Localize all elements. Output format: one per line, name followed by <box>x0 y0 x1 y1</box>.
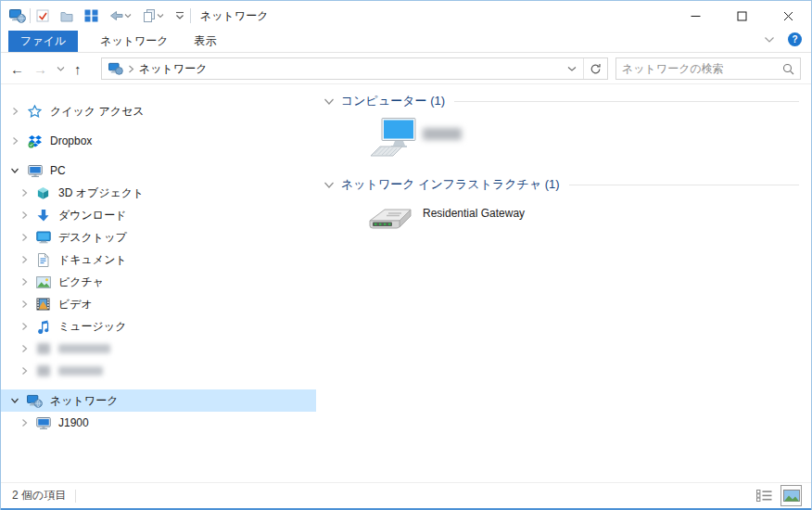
sidebar-item-label: PC <box>50 164 66 177</box>
network-item-computer[interactable] <box>370 118 574 162</box>
search-input[interactable] <box>616 62 776 75</box>
chevron-right-icon[interactable] <box>10 107 19 116</box>
chevron-right-icon[interactable] <box>19 277 29 287</box>
sidebar-item-redacted-drive-1[interactable] <box>1 338 316 360</box>
sidebar-item-label: ドキュメント <box>58 252 127 268</box>
sidebar-item-label: ミュージック <box>58 319 126 335</box>
sidebar-item-quick-access[interactable]: クイック アクセス <box>1 100 316 122</box>
maximize-button[interactable] <box>718 1 765 31</box>
network-item-residential-gateway[interactable]: Residential Gateway <box>364 203 605 242</box>
sidebar-item-label: Dropbox <box>50 134 92 147</box>
address-toolbar: ← → ↑ ネットワーク <box>1 53 811 84</box>
collapse-chevron-icon[interactable] <box>324 181 335 189</box>
help-icon[interactable]: ? <box>788 32 802 46</box>
sidebar-item-documents[interactable]: ドキュメント <box>1 249 316 271</box>
picture-icon <box>35 274 51 289</box>
toolbar-separator <box>190 8 191 23</box>
group-header-computers[interactable]: コンピューター (1) <box>324 92 799 110</box>
group-title: コンピューター (1) <box>341 93 445 109</box>
search-box <box>615 57 801 80</box>
tab-file[interactable]: ファイル <box>8 31 78 52</box>
chevron-right-icon[interactable] <box>19 188 29 198</box>
recent-locations-chevron-icon[interactable] <box>57 66 65 72</box>
chevron-right-icon[interactable] <box>19 322 29 331</box>
breadcrumb-segment[interactable]: ネットワーク <box>139 61 207 77</box>
sidebar-item-label: ネットワーク <box>50 393 118 409</box>
minimize-button[interactable] <box>672 1 718 31</box>
details-view-icon[interactable] <box>754 485 775 506</box>
sidebar-item-redacted-drive-2[interactable] <box>1 360 316 382</box>
close-button[interactable] <box>765 1 811 31</box>
caption-buttons <box>672 1 811 31</box>
customize-toolbar-chevron-icon[interactable] <box>173 9 186 22</box>
back-button[interactable]: ← <box>10 62 24 76</box>
explorer-window: ネットワーク ファイル ネットワーク 表示 ? ← → <box>0 0 812 510</box>
titlebar: ネットワーク <box>1 1 811 31</box>
sidebar-item-label: 3D オブジェクト <box>58 185 144 201</box>
address-dropdown-chevron-icon[interactable] <box>561 58 583 79</box>
status-separator <box>75 490 76 503</box>
collapse-chevron-icon[interactable] <box>324 97 335 106</box>
chevron-right-icon[interactable] <box>19 300 29 309</box>
chevron-right-icon[interactable] <box>19 210 29 220</box>
chevron-down-icon[interactable] <box>10 166 19 175</box>
quick-access-toolbar <box>34 7 186 24</box>
group-title: ネットワーク インフラストラクチャ (1) <box>341 176 560 193</box>
network-computer-icon <box>27 393 43 408</box>
properties-checkbox-icon[interactable] <box>34 7 51 24</box>
window-title: ネットワーク <box>200 8 268 24</box>
drive-icon-blurred <box>35 363 51 378</box>
navigation-pane: クイック アクセス Dropbox <box>1 84 321 483</box>
drive-icon-blurred <box>35 341 51 356</box>
chevron-right-icon[interactable] <box>19 418 29 427</box>
3d-cube-icon <box>35 185 51 200</box>
items-view: コンピューター (1) <box>324 84 811 483</box>
tab-view[interactable]: 表示 <box>182 31 230 52</box>
breadcrumb-chevron-icon <box>128 65 134 73</box>
sidebar-item-music[interactable]: ミュージック <box>1 315 316 338</box>
minimize-ribbon-chevron-icon[interactable] <box>764 36 775 44</box>
computer-monitor-icon <box>35 415 51 430</box>
redacted-label <box>58 366 103 376</box>
up-button[interactable]: ↑ <box>74 62 82 76</box>
sidebar-item-network[interactable]: ネットワーク <box>1 389 316 412</box>
chevron-right-icon[interactable] <box>10 136 19 146</box>
chevron-down-icon[interactable] <box>10 396 19 405</box>
document-icon <box>35 252 51 267</box>
sidebar-item-label: クイック アクセス <box>50 104 145 120</box>
chevron-right-icon[interactable] <box>19 344 29 353</box>
sidebar-item-3d-objects[interactable]: 3D オブジェクト <box>1 182 316 204</box>
chevron-right-icon[interactable] <box>19 366 29 376</box>
folder-icon[interactable] <box>58 8 75 24</box>
large-icons-grid-icon[interactable] <box>82 7 100 24</box>
sidebar-item-desktop[interactable]: デスクトップ <box>1 226 316 249</box>
sidebar-item-dropbox[interactable]: Dropbox <box>1 130 316 152</box>
sidebar-item-pictures[interactable]: ピクチャ <box>1 271 316 293</box>
map-drive-arrow-icon[interactable] <box>108 8 133 23</box>
refresh-icon[interactable] <box>583 58 607 79</box>
film-strip-icon <box>35 297 51 312</box>
sidebar-item-label: J1900 <box>58 416 89 429</box>
large-icons-view-icon[interactable] <box>780 485 802 506</box>
tab-network[interactable]: ネットワーク <box>87 31 181 52</box>
sidebar-item-pc[interactable]: PC <box>1 159 316 182</box>
search-icon[interactable] <box>776 63 800 75</box>
sidebar-item-videos[interactable]: ビデオ <box>1 293 316 315</box>
chevron-right-icon[interactable] <box>19 233 29 242</box>
breadcrumb[interactable]: ネットワーク <box>102 61 561 77</box>
sidebar-item-downloads[interactable]: ダウンロード <box>1 204 316 226</box>
copy-pages-icon[interactable] <box>141 7 166 24</box>
group-header-network-infrastructure[interactable]: ネットワーク インフラストラクチャ (1) <box>324 175 799 194</box>
app-network-icon[interactable] <box>9 8 26 23</box>
forward-button[interactable]: → <box>33 62 47 76</box>
ribbon-tab-row: ファイル ネットワーク 表示 <box>1 31 811 53</box>
sidebar-item-j1900[interactable]: J1900 <box>1 412 316 434</box>
chevron-right-icon[interactable] <box>19 255 29 264</box>
sidebar-item-label: ダウンロード <box>58 208 126 223</box>
pc-monitor-icon <box>27 163 43 178</box>
download-arrow-icon <box>35 208 51 223</box>
music-note-icon <box>35 319 51 334</box>
address-bar[interactable]: ネットワーク <box>101 57 608 80</box>
redacted-computer-name <box>423 128 462 162</box>
sidebar-item-label: デスクトップ <box>58 230 127 246</box>
